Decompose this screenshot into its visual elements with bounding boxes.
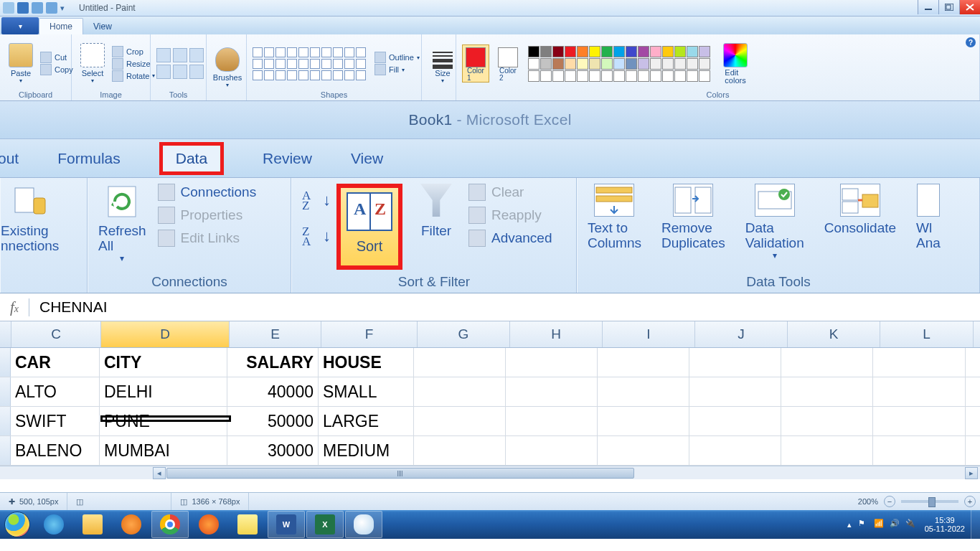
scroll-right-icon[interactable]: ▸: [965, 467, 978, 479]
color-swatch[interactable]: [601, 70, 613, 82]
zoom-out-button[interactable]: −: [884, 496, 895, 507]
cell[interactable]: [414, 407, 506, 435]
cell[interactable]: SWIFT: [11, 407, 100, 435]
cell[interactable]: [0, 348, 11, 377]
cell[interactable]: [598, 407, 689, 435]
taskbar-explorer[interactable]: [74, 511, 111, 538]
color-swatch[interactable]: [626, 46, 637, 57]
col-I[interactable]: I: [603, 321, 695, 347]
connections-button[interactable]: Connections: [158, 184, 257, 201]
start-button[interactable]: [0, 510, 34, 539]
minimize-button[interactable]: [918, 0, 938, 14]
cell[interactable]: [781, 348, 873, 377]
tab-data[interactable]: Data: [159, 142, 224, 175]
cell[interactable]: PUNE: [100, 407, 227, 435]
color-swatch[interactable]: [552, 46, 564, 57]
cell[interactable]: [689, 407, 781, 435]
formula-value[interactable]: CHENNAI: [29, 298, 108, 316]
horizontal-scrollbar[interactable]: ◂ ▸: [0, 466, 980, 479]
color-swatch[interactable]: [626, 70, 637, 82]
sort-button[interactable]: AZ Sort: [336, 184, 402, 270]
file-menu-button[interactable]: ▾: [1, 17, 39, 34]
cell[interactable]: MEDIUM: [319, 436, 414, 465]
flag-icon[interactable]: ⚑: [858, 519, 870, 530]
table-row[interactable]: ALTODELHI40000SMALL: [0, 377, 980, 407]
color-swatch[interactable]: [540, 70, 552, 82]
shapes-gallery[interactable]: [253, 47, 366, 80]
sort-desc-button[interactable]: ZA↓: [302, 227, 325, 250]
tab-formulas[interactable]: Formulas: [57, 150, 121, 167]
cell[interactable]: [0, 407, 11, 435]
help-icon[interactable]: ?: [966, 37, 976, 47]
color-swatch[interactable]: [565, 58, 576, 70]
color-swatch[interactable]: [699, 58, 710, 70]
cell[interactable]: [414, 377, 506, 406]
color2-button[interactable]: Color 2: [495, 45, 521, 82]
taskbar-firefox[interactable]: [190, 511, 227, 538]
color-swatch[interactable]: [699, 70, 710, 82]
paint-canvas[interactable]: Book1 - Microsoft Excel out Formulas Dat…: [0, 101, 980, 492]
redo-icon[interactable]: [46, 2, 57, 14]
scroll-left-icon[interactable]: ◂: [153, 467, 166, 479]
remove-duplicates-button[interactable]: Remove Duplicates: [661, 184, 725, 251]
taskbar-ie[interactable]: [35, 511, 72, 538]
cell[interactable]: [506, 348, 598, 377]
cell[interactable]: [873, 377, 966, 406]
taskbar-chrome[interactable]: [151, 511, 189, 538]
cell[interactable]: [0, 436, 11, 465]
cell[interactable]: ALTO: [11, 377, 100, 406]
cell[interactable]: DELHI: [100, 377, 227, 406]
consolidate-button[interactable]: Consolidate: [824, 184, 896, 236]
maximize-button[interactable]: [938, 0, 959, 14]
color-swatch[interactable]: [650, 46, 661, 57]
col-L[interactable]: L: [880, 321, 974, 347]
tab-view[interactable]: View: [351, 150, 383, 167]
color-swatch[interactable]: [552, 70, 564, 82]
color-swatch[interactable]: [528, 58, 540, 70]
color-swatch[interactable]: [687, 58, 698, 70]
color-swatch[interactable]: [540, 46, 552, 57]
taskbar-excel[interactable]: X: [306, 511, 344, 538]
cell[interactable]: [598, 436, 689, 465]
existing-connections-button[interactable]: Existing nnections: [1, 184, 59, 254]
cell[interactable]: LARGE: [319, 407, 414, 435]
taskbar-paint[interactable]: [345, 511, 382, 538]
color-swatch[interactable]: [638, 46, 649, 57]
cell[interactable]: [414, 348, 506, 377]
col-E[interactable]: E: [230, 321, 321, 347]
col-K[interactable]: K: [788, 321, 880, 347]
cell[interactable]: [873, 407, 966, 435]
save-icon[interactable]: [17, 2, 29, 14]
cell[interactable]: [781, 407, 873, 435]
copy-button[interactable]: Copy: [40, 64, 73, 75]
cut-button[interactable]: Cut: [40, 52, 73, 63]
color-swatch[interactable]: [613, 70, 625, 82]
col-J[interactable]: J: [695, 321, 788, 347]
edit-colors-button[interactable]: Edit colors: [720, 43, 750, 85]
cell[interactable]: SALARY: [227, 348, 319, 377]
col-C[interactable]: C: [11, 321, 101, 347]
paste-button[interactable]: Paste▾: [6, 43, 36, 84]
color-swatch[interactable]: [589, 58, 600, 70]
tab-review[interactable]: Review: [263, 150, 312, 167]
network-icon[interactable]: 📶: [874, 519, 885, 530]
color-swatch[interactable]: [565, 46, 576, 57]
show-desktop-button[interactable]: [971, 510, 980, 539]
zoom-slider[interactable]: [901, 500, 958, 503]
close-button[interactable]: [959, 0, 980, 14]
cell[interactable]: 40000: [227, 377, 319, 406]
color-swatch[interactable]: [613, 58, 625, 70]
cell[interactable]: CAR: [11, 348, 100, 377]
what-if-analysis-button[interactable]: Wl Ana: [916, 184, 941, 251]
scroll-thumb[interactable]: [166, 468, 634, 479]
cell[interactable]: [506, 407, 598, 435]
color-swatch[interactable]: [674, 70, 686, 82]
cell[interactable]: [781, 436, 873, 465]
cell[interactable]: [506, 436, 598, 465]
filter-button[interactable]: Filter: [418, 184, 454, 239]
cell[interactable]: CITY: [100, 348, 227, 377]
color-swatch[interactable]: [577, 70, 588, 82]
cell[interactable]: [689, 348, 781, 377]
cell[interactable]: HOUSE: [319, 348, 414, 377]
color-swatch[interactable]: [577, 46, 588, 57]
